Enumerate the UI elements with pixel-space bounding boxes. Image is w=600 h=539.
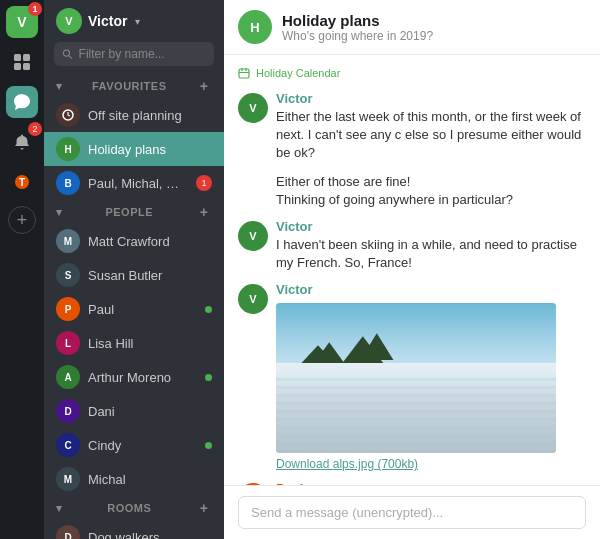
ski-image [276, 303, 556, 453]
cindy-online-dot [205, 442, 212, 449]
susan-label: Susan Butler [88, 268, 212, 283]
rooms-label: ROOMS [107, 502, 151, 514]
sidebar: V Victor ▾ ▾ FAVOURITES + Off site plann… [44, 0, 224, 539]
sidebar-user-avatar: V [56, 8, 82, 34]
add-workspace-button[interactable]: + [8, 206, 36, 234]
svg-rect-3 [23, 63, 30, 70]
paul-avatar: P [56, 297, 80, 321]
workspace-initial: V [17, 14, 26, 30]
bell-badge: 2 [28, 122, 42, 136]
messages-list: Holiday Calendar V Victor Either the las… [224, 55, 600, 485]
svg-rect-1 [23, 54, 30, 61]
cindy-label: Cindy [88, 438, 197, 453]
holiday-avatar: H [56, 137, 80, 161]
main-panel: H Holiday plans Who's going where in 201… [224, 0, 600, 539]
sidebar-item-matt[interactable]: M Matt Crawford [44, 224, 224, 258]
sidebar-item-paul[interactable]: P Paul [44, 292, 224, 326]
susan-avatar: S [56, 263, 80, 287]
sidebar-item-dogwalkers[interactable]: D Dog walkers [44, 520, 224, 539]
sidebar-header[interactable]: V Victor ▾ [44, 0, 224, 42]
message-1-sender: Victor [276, 91, 586, 106]
add-room-button[interactable]: + [196, 500, 212, 516]
dogwalkers-label: Dog walkers [88, 530, 212, 540]
calendar-notice: Holiday Calendar [238, 65, 586, 81]
sidebar-item-dani[interactable]: D Dani [44, 394, 224, 428]
svg-rect-0 [14, 54, 21, 61]
arthur-avatar: A [56, 365, 80, 389]
dani-avatar: D [56, 399, 80, 423]
workspace-avatar[interactable]: V 1 [6, 6, 38, 38]
sidebar-item-susan[interactable]: S Susan Butler [44, 258, 224, 292]
main-header: H Holiday plans Who's going where in 201… [224, 0, 600, 55]
victor-avatar-4: V [238, 284, 268, 314]
message-3-text: I haven't been skiing in a while, and ne… [276, 236, 586, 272]
message-3-sender: Victor [276, 219, 586, 234]
search-icon [62, 48, 73, 60]
icon-item-grid[interactable] [6, 46, 38, 78]
icon-item-chat[interactable] [6, 86, 38, 118]
rooms-chevron-icon: ▾ [56, 502, 63, 515]
holiday-label: Holiday plans [88, 142, 212, 157]
victor-avatar-1: V [238, 93, 268, 123]
svg-rect-10 [239, 69, 249, 78]
michal-avatar: M [56, 467, 80, 491]
favourites-section-header[interactable]: ▾ FAVOURITES + [44, 74, 224, 98]
people-label: PEOPLE [105, 206, 153, 218]
channel-subtitle: Who's going where in 2019? [282, 29, 586, 43]
calendar-icon [238, 67, 250, 79]
sidebar-item-offsite[interactable]: Off site planning [44, 98, 224, 132]
message-3-body: Victor I haven't been skiing in a while,… [276, 219, 586, 272]
search-input[interactable] [79, 47, 206, 61]
sidebar-item-arthur[interactable]: A Arthur Moreno [44, 360, 224, 394]
matt-label: Matt Crawford [88, 234, 212, 249]
download-link[interactable]: Download alps.jpg (700kb) [276, 457, 586, 471]
message-3: V Victor I haven't been skiing in a whil… [238, 219, 586, 272]
sidebar-item-holiday[interactable]: H Holiday plans [44, 132, 224, 166]
message-2-text: Either of those are fine!Thinking of goi… [276, 173, 586, 209]
svg-line-7 [69, 56, 72, 59]
group-label: Paul, Michal, Giorgio... [88, 176, 188, 191]
svg-point-6 [63, 50, 69, 56]
workspace-badge: 1 [28, 2, 42, 16]
rooms-section-header[interactable]: ▾ ROOMS + [44, 496, 224, 520]
message-input-box[interactable]: Send a message (unencrypted)... [238, 496, 586, 529]
sidebar-item-lisa[interactable]: L Lisa Hill [44, 326, 224, 360]
cindy-avatar: C [56, 433, 80, 457]
add-favourite-button[interactable]: + [196, 78, 212, 94]
lisa-avatar: L [56, 331, 80, 355]
add-person-button[interactable]: + [196, 204, 212, 220]
matt-avatar: M [56, 229, 80, 253]
sidebar-item-group[interactable]: B Paul, Michal, Giorgio... 1 [44, 166, 224, 200]
channel-avatar: H [238, 10, 272, 44]
message-2-body: Either of those are fine!Thinking of goi… [276, 173, 586, 209]
message-4-body: Victor Download alps.jpg (700kb) [276, 282, 586, 471]
message-4: V Victor Download alps.jpg (700kb [238, 282, 586, 471]
message-1-body: Victor Either the last week of this mont… [276, 91, 586, 163]
channel-info: Holiday plans Who's going where in 2019? [282, 12, 586, 43]
sidebar-chevron-icon: ▾ [135, 16, 140, 27]
icon-bar: V 1 2 T + [0, 0, 44, 539]
ski-slope-visual [276, 303, 556, 453]
sidebar-title: Victor [88, 13, 127, 29]
search-bar[interactable] [54, 42, 214, 66]
message-1-text: Either the last week of this month, or t… [276, 108, 586, 163]
message-1: V Victor Either the last week of this mo… [238, 91, 586, 163]
paul-online-dot [205, 306, 212, 313]
sidebar-item-cindy[interactable]: C Cindy [44, 428, 224, 462]
favourites-label: FAVOURITES [92, 80, 166, 92]
michal-label: Michal [88, 472, 212, 487]
svg-text:T: T [19, 177, 25, 188]
message-2: Either of those are fine!Thinking of goi… [238, 173, 586, 209]
icon-item-bell[interactable]: 2 [6, 126, 38, 158]
sidebar-item-michal[interactable]: M Michal [44, 462, 224, 496]
offsite-avatar [56, 103, 80, 127]
offsite-label: Off site planning [88, 108, 212, 123]
icon-item-star[interactable]: T [6, 166, 38, 198]
people-section-header[interactable]: ▾ PEOPLE + [44, 200, 224, 224]
arthur-online-dot [205, 374, 212, 381]
lisa-label: Lisa Hill [88, 336, 212, 351]
message-input-area: Send a message (unencrypted)... [224, 485, 600, 539]
group-unread-badge: 1 [196, 175, 212, 191]
ski-groomed-lines [276, 378, 556, 453]
message-4-sender: Victor [276, 282, 586, 297]
